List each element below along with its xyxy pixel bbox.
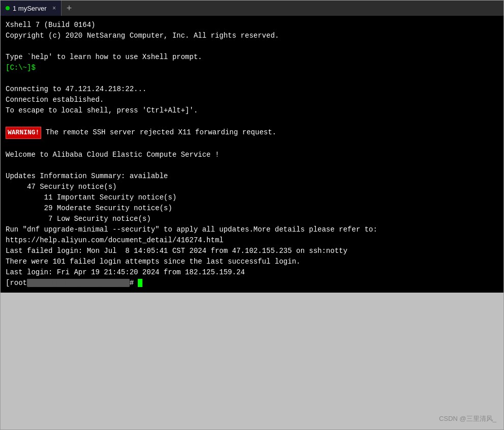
root-prompt-suffix: #	[130, 279, 138, 287]
security-notices: 47 Security notice(s)	[6, 183, 116, 191]
title-bar: 1 myServer × +	[1, 1, 503, 16]
tab-myserver[interactable]: 1 myServer ×	[1, 1, 62, 16]
last-login: Last login: Fri Apr 19 21:45:20 2024 fro…	[6, 268, 245, 276]
watermark: CSDN @三里清风_	[439, 414, 496, 423]
moderate-notices: 29 Moderate Security notice(s)	[6, 204, 172, 212]
low-notices: 7 Low Security notice(s)	[6, 215, 151, 223]
connection-established: Connection established.	[6, 96, 104, 104]
copyright-line: Copyright (c) 2020 NetSarang Computer, I…	[6, 32, 279, 40]
connecting-line: Connecting to 47.121.24.218:22...	[6, 85, 146, 93]
tab-close-button[interactable]: ×	[52, 5, 56, 12]
xshell-version: Xshell 7 (Build 0164)	[6, 21, 95, 29]
window-frame: 1 myServer × + Xshell 7 (Build 0164) Cop…	[0, 0, 504, 430]
important-notices: 11 Important Security notice(s)	[6, 193, 176, 202]
tab-status-dot	[6, 6, 10, 10]
prompt: [C:\~]$	[6, 64, 36, 72]
aliyun-url: https://help.aliyun.com/document_detail/…	[6, 236, 223, 244]
tab-label: 1 myServer	[13, 5, 46, 12]
last-failed-login: Last failed login: Mon Jul 8 14:05:41 CS…	[6, 247, 347, 255]
warning-badge: WARNING!	[6, 127, 41, 139]
terminal[interactable]: Xshell 7 (Build 0164) Copyright (c) 2020…	[1, 16, 503, 293]
run-dnf-line: Run "dnf upgrade-minimal --security" to …	[6, 225, 377, 234]
help-hint: Type `help' to learn how to use Xshell p…	[6, 53, 202, 61]
new-tab-button[interactable]: +	[62, 1, 77, 16]
updates-summary: Updates Information Summary: available	[6, 172, 168, 180]
terminal-wrapper: Xshell 7 (Build 0164) Copyright (c) 2020…	[1, 16, 503, 429]
warning-text: The remote SSH server rejected X11 forwa…	[41, 128, 276, 136]
escape-hint: To escape to local shell, press 'Ctrl+Al…	[6, 106, 198, 114]
root-prompt-blurred: ████████████████████████	[27, 279, 130, 287]
failed-attempts: There were 101 failed login attempts sin…	[6, 257, 301, 266]
terminal-cursor	[138, 279, 142, 287]
root-prompt-prefix: [root	[6, 279, 27, 287]
welcome-line: Welcome to Alibaba Cloud Elastic Compute…	[6, 151, 219, 159]
